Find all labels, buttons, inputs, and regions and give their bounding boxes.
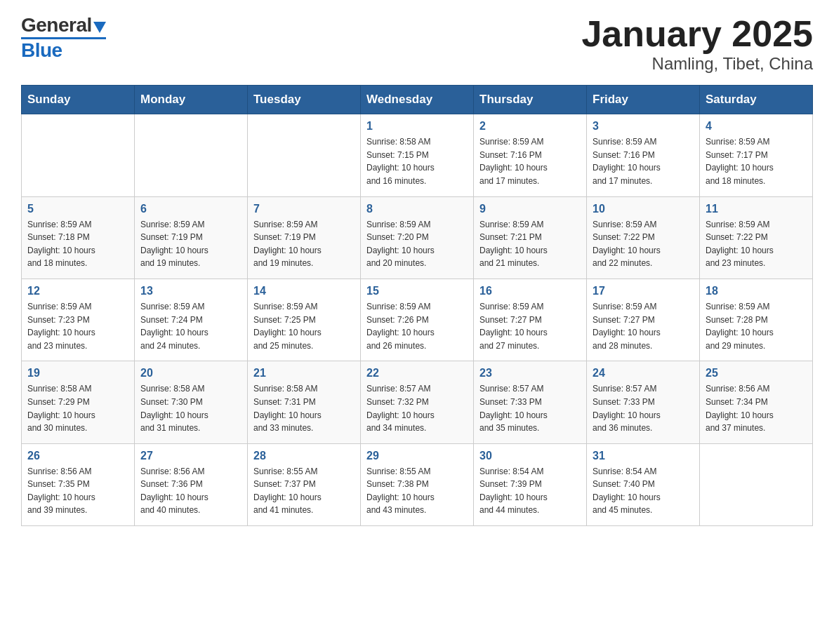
day-number: 31 [593,450,694,462]
day-number: 9 [479,203,581,215]
day-info: Sunrise: 8:59 AM Sunset: 7:25 PM Dayligh… [253,300,355,352]
day-header-tuesday: Tuesday [248,86,361,114]
day-number: 8 [366,203,468,215]
calendar-week-5: 26Sunrise: 8:56 AM Sunset: 7:35 PM Dayli… [22,443,813,525]
calendar-title: January 2025 [581,14,813,54]
day-number: 18 [706,285,807,297]
day-number: 29 [366,450,468,462]
day-info: Sunrise: 8:54 AM Sunset: 7:40 PM Dayligh… [593,465,694,517]
calendar-cell: 14Sunrise: 8:59 AM Sunset: 7:25 PM Dayli… [248,279,361,361]
day-number: 11 [706,203,807,215]
day-info: Sunrise: 8:57 AM Sunset: 7:32 PM Dayligh… [366,382,468,434]
logo-triangle-icon [93,22,106,33]
calendar-cell: 23Sunrise: 8:57 AM Sunset: 7:33 PM Dayli… [474,361,587,443]
calendar-cell: 26Sunrise: 8:56 AM Sunset: 7:35 PM Dayli… [22,443,135,525]
day-number: 12 [27,285,128,297]
day-info: Sunrise: 8:59 AM Sunset: 7:22 PM Dayligh… [706,218,807,270]
calendar-week-1: 1Sunrise: 8:58 AM Sunset: 7:15 PM Daylig… [22,114,813,196]
day-info: Sunrise: 8:59 AM Sunset: 7:27 PM Dayligh… [593,300,694,352]
day-info: Sunrise: 8:59 AM Sunset: 7:18 PM Dayligh… [27,218,128,270]
day-info: Sunrise: 8:59 AM Sunset: 7:19 PM Dayligh… [140,218,241,270]
logo-general: General [21,14,92,36]
calendar-cell: 13Sunrise: 8:59 AM Sunset: 7:24 PM Dayli… [135,279,248,361]
day-info: Sunrise: 8:57 AM Sunset: 7:33 PM Dayligh… [593,382,694,434]
calendar-cell: 27Sunrise: 8:56 AM Sunset: 7:36 PM Dayli… [135,443,248,525]
day-number: 16 [479,285,581,297]
calendar-cell: 3Sunrise: 8:59 AM Sunset: 7:16 PM Daylig… [587,114,700,196]
calendar-week-4: 19Sunrise: 8:58 AM Sunset: 7:29 PM Dayli… [22,361,813,443]
calendar-cell [248,114,361,196]
day-number: 23 [479,367,581,380]
day-number: 10 [593,203,694,215]
calendar-header: SundayMondayTuesdayWednesdayThursdayFrid… [22,86,813,114]
calendar-week-3: 12Sunrise: 8:59 AM Sunset: 7:23 PM Dayli… [22,279,813,361]
day-number: 15 [366,285,468,297]
day-number: 17 [593,285,694,297]
day-info: Sunrise: 8:56 AM Sunset: 7:36 PM Dayligh… [140,465,241,517]
day-info: Sunrise: 8:56 AM Sunset: 7:34 PM Dayligh… [706,382,807,434]
calendar-cell: 7Sunrise: 8:59 AM Sunset: 7:19 PM Daylig… [248,196,361,279]
day-number: 3 [593,120,694,133]
day-info: Sunrise: 8:59 AM Sunset: 7:21 PM Dayligh… [479,218,581,270]
title-block: January 2025 Namling, Tibet, China [581,14,813,74]
day-number: 27 [140,450,241,462]
day-number: 6 [140,203,241,215]
day-number: 1 [366,120,468,133]
day-info: Sunrise: 8:59 AM Sunset: 7:24 PM Dayligh… [140,300,241,352]
logo-blue: Blue [21,39,62,62]
day-number: 22 [366,367,468,380]
calendar-cell: 4Sunrise: 8:59 AM Sunset: 7:17 PM Daylig… [700,114,813,196]
day-number: 19 [27,367,128,380]
calendar-cell: 5Sunrise: 8:59 AM Sunset: 7:18 PM Daylig… [22,196,135,279]
calendar-cell: 9Sunrise: 8:59 AM Sunset: 7:21 PM Daylig… [474,196,587,279]
day-info: Sunrise: 8:58 AM Sunset: 7:15 PM Dayligh… [366,135,468,187]
day-header-friday: Friday [587,86,700,114]
calendar-cell: 10Sunrise: 8:59 AM Sunset: 7:22 PM Dayli… [587,196,700,279]
calendar-cell: 19Sunrise: 8:58 AM Sunset: 7:29 PM Dayli… [22,361,135,443]
calendar-cell: 6Sunrise: 8:59 AM Sunset: 7:19 PM Daylig… [135,196,248,279]
calendar-cell [700,443,813,525]
day-info: Sunrise: 8:59 AM Sunset: 7:16 PM Dayligh… [479,135,581,187]
logo: General Blue [21,14,106,62]
day-header-saturday: Saturday [700,86,813,114]
day-info: Sunrise: 8:59 AM Sunset: 7:23 PM Dayligh… [27,300,128,352]
day-info: Sunrise: 8:59 AM Sunset: 7:26 PM Dayligh… [366,300,468,352]
day-info: Sunrise: 8:58 AM Sunset: 7:29 PM Dayligh… [27,382,128,434]
calendar-cell: 28Sunrise: 8:55 AM Sunset: 7:37 PM Dayli… [248,443,361,525]
day-info: Sunrise: 8:54 AM Sunset: 7:39 PM Dayligh… [479,465,581,517]
calendar-cell: 8Sunrise: 8:59 AM Sunset: 7:20 PM Daylig… [361,196,474,279]
day-info: Sunrise: 8:59 AM Sunset: 7:28 PM Dayligh… [706,300,807,352]
day-header-thursday: Thursday [474,86,587,114]
day-number: 20 [140,367,241,380]
calendar-table: SundayMondayTuesdayWednesdayThursdayFrid… [21,85,813,526]
day-header-wednesday: Wednesday [361,86,474,114]
calendar-cell: 21Sunrise: 8:58 AM Sunset: 7:31 PM Dayli… [248,361,361,443]
day-header-monday: Monday [135,86,248,114]
calendar-cell: 31Sunrise: 8:54 AM Sunset: 7:40 PM Dayli… [587,443,700,525]
calendar-cell [135,114,248,196]
day-info: Sunrise: 8:58 AM Sunset: 7:30 PM Dayligh… [140,382,241,434]
day-header-sunday: Sunday [22,86,135,114]
page-header: General Blue January 2025 Namling, Tibet… [21,14,813,74]
day-number: 24 [593,367,694,380]
day-number: 7 [253,203,355,215]
day-number: 2 [479,120,581,133]
calendar-cell: 11Sunrise: 8:59 AM Sunset: 7:22 PM Dayli… [700,196,813,279]
day-number: 4 [706,120,807,133]
day-info: Sunrise: 8:57 AM Sunset: 7:33 PM Dayligh… [479,382,581,434]
day-number: 14 [253,285,355,297]
calendar-cell: 24Sunrise: 8:57 AM Sunset: 7:33 PM Dayli… [587,361,700,443]
calendar-cell: 20Sunrise: 8:58 AM Sunset: 7:30 PM Dayli… [135,361,248,443]
calendar-cell: 16Sunrise: 8:59 AM Sunset: 7:27 PM Dayli… [474,279,587,361]
day-number: 13 [140,285,241,297]
calendar-cell: 18Sunrise: 8:59 AM Sunset: 7:28 PM Dayli… [700,279,813,361]
calendar-cell: 17Sunrise: 8:59 AM Sunset: 7:27 PM Dayli… [587,279,700,361]
day-info: Sunrise: 8:56 AM Sunset: 7:35 PM Dayligh… [27,465,128,517]
calendar-cell: 12Sunrise: 8:59 AM Sunset: 7:23 PM Dayli… [22,279,135,361]
calendar-cell: 15Sunrise: 8:59 AM Sunset: 7:26 PM Dayli… [361,279,474,361]
calendar-cell: 2Sunrise: 8:59 AM Sunset: 7:16 PM Daylig… [474,114,587,196]
day-info: Sunrise: 8:55 AM Sunset: 7:37 PM Dayligh… [253,465,355,517]
day-number: 30 [479,450,581,462]
day-info: Sunrise: 8:59 AM Sunset: 7:20 PM Dayligh… [366,218,468,270]
calendar-subtitle: Namling, Tibet, China [581,54,813,74]
